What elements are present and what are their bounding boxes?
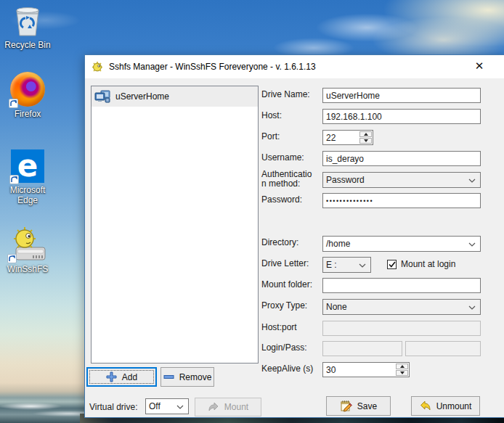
triangle-down-icon [400, 371, 405, 374]
port-value: 22 [326, 133, 336, 143]
titlebar: Sshfs Manager - WinSshFS Foreveryone - v… [85, 55, 504, 78]
list-item[interactable]: uServerHome [92, 86, 258, 107]
recycle-bin-label: Recycle Bin [0, 40, 55, 50]
triangle-up-icon [364, 133, 368, 136]
port-spin-down-button[interactable] [359, 138, 372, 144]
mount-at-login-checkbox[interactable]: Mount at login [387, 259, 455, 269]
computer-icon [94, 90, 110, 103]
port-label: Port: [261, 132, 322, 141]
desktop-icon-firefox[interactable]: Firefox [0, 72, 55, 119]
host-label: Host: [261, 111, 322, 120]
virtual-drive-value: Off [149, 401, 160, 411]
mount-button-label: Mount [224, 402, 248, 412]
drive-letter-label: Drive Letter: [261, 259, 322, 268]
remove-button-label: Remove [179, 372, 212, 382]
port-spinner[interactable]: 22 [322, 130, 373, 145]
proxy-type-value: None [326, 302, 347, 312]
unmount-button-label: Unmount [436, 401, 472, 411]
auth-method-label: Authenticatio n method: [261, 170, 322, 189]
add-button[interactable]: Add [86, 367, 157, 387]
triangle-down-icon [364, 139, 368, 142]
checkbox-checked-icon [387, 260, 397, 269]
chevron-down-icon [468, 305, 476, 310]
proxy-host-port-label: Host:port [261, 323, 322, 332]
add-button-label: Add [122, 372, 137, 382]
notepad-pencil-icon [340, 400, 352, 412]
save-button-label: Save [357, 401, 377, 411]
mount-button: Mount [195, 398, 261, 416]
username-label: Username: [261, 153, 322, 163]
mount-folder-label: Mount folder: [261, 280, 322, 289]
directory-label: Directory: [261, 238, 322, 247]
drive-letter-value: E : [326, 260, 337, 270]
mount-arrow-icon [208, 402, 219, 412]
virtual-drive-label: Virtual drive: [89, 402, 137, 412]
password-value: •••••••••••••• [326, 197, 373, 205]
plus-icon [106, 371, 117, 382]
username-value: is_derayo [326, 154, 364, 164]
auth-method-select[interactable]: Password [322, 172, 481, 188]
drive-name-label: Drive Name: [261, 90, 322, 99]
port-spin-up-button[interactable] [359, 131, 372, 137]
desktop: Recycle Bin Firefox e Microsoft Edge [0, 0, 504, 423]
unmount-arrow-icon [420, 401, 431, 411]
drive-name-value: uServerHome [326, 91, 380, 101]
desktop-icon-recycle-bin[interactable]: Recycle Bin [0, 4, 55, 50]
chevron-down-icon [468, 242, 476, 247]
shortcut-arrow-icon [9, 99, 18, 108]
proxy-host-port-input [322, 321, 481, 336]
virtual-drive-select[interactable]: Off [145, 398, 189, 414]
host-input[interactable]: 192.168.1.100 [322, 109, 481, 124]
save-button[interactable]: Save [326, 396, 391, 416]
keepalive-label: KeepAlive (s) [261, 364, 322, 374]
edge-label: Microsoft Edge [2, 185, 53, 205]
firefox-icon [10, 72, 45, 107]
auth-method-value: Password [326, 175, 365, 185]
winsshfs-label: WinSshFS [0, 264, 55, 274]
triangle-up-icon [400, 365, 405, 368]
server-listbox[interactable]: uServerHome [91, 86, 259, 364]
unmount-button[interactable]: Unmount [411, 396, 480, 416]
proxy-type-label: Proxy Type: [261, 301, 322, 311]
remove-button[interactable]: Remove [160, 367, 214, 387]
keepalive-spin-up-button[interactable] [396, 364, 408, 369]
keepalive-spin-down-button[interactable] [396, 370, 408, 376]
directory-combobox[interactable]: /home [322, 236, 481, 252]
mount-folder-input[interactable] [322, 278, 481, 293]
winsshfs-icon [9, 226, 46, 262]
keepalive-spinner[interactable]: 30 [322, 362, 410, 377]
proxy-type-select[interactable]: None [322, 299, 481, 315]
password-input[interactable]: •••••••••••••• [322, 193, 481, 208]
keepalive-value: 30 [326, 365, 336, 375]
proxy-login-input [322, 341, 402, 356]
chevron-down-icon [468, 178, 476, 183]
window-title: Sshfs Manager - WinSshFS Foreveryone - v… [109, 62, 316, 72]
password-label: Password: [261, 195, 322, 205]
sshfs-manager-window: Sshfs Manager - WinSshFS Foreveryone - v… [84, 54, 504, 418]
firefox-label: Firefox [0, 109, 55, 119]
list-item-label: uServerHome [115, 91, 169, 102]
minus-icon [163, 374, 174, 380]
shortcut-arrow-icon [9, 175, 19, 184]
recycle-bin-icon [12, 4, 44, 38]
drive-name-input[interactable]: uServerHome [322, 88, 481, 103]
chevron-down-icon [176, 405, 184, 409]
host-value: 192.168.1.100 [326, 112, 382, 122]
shortcut-arrow-icon [7, 254, 17, 263]
edge-icon: e [11, 149, 44, 183]
app-fish-icon [92, 61, 104, 73]
desktop-icon-winsshfs[interactable]: WinSshFS [0, 226, 55, 274]
directory-value: /home [326, 239, 350, 249]
proxy-login-pass-label: Login/Pass: [261, 343, 322, 353]
close-button[interactable]: ✕ [464, 55, 495, 77]
proxy-pass-input [405, 341, 481, 356]
username-input[interactable]: is_derayo [322, 151, 481, 166]
desktop-icon-edge[interactable]: e Microsoft Edge [0, 149, 55, 205]
mount-at-login-label: Mount at login [401, 259, 455, 269]
chevron-down-icon [359, 263, 366, 268]
drive-letter-select[interactable]: E : [322, 257, 371, 273]
